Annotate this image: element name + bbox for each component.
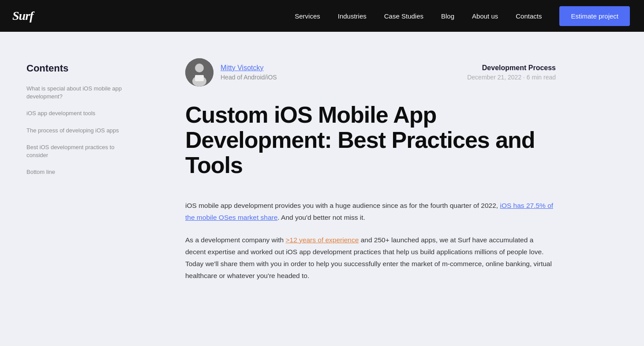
- site-header: Surf Services Industries Case Studies Bl…: [0, 0, 644, 32]
- toc-link-3[interactable]: The process of developing iOS apps: [26, 127, 124, 135]
- svg-point-1: [195, 64, 204, 72]
- nav-case-studies[interactable]: Case Studies: [384, 12, 423, 20]
- article-body: iOS mobile app development provides you …: [185, 199, 556, 282]
- table-of-contents: Contents What is special about iOS mobil…: [26, 58, 124, 320]
- svg-rect-3: [195, 75, 204, 81]
- logo-text: Surf: [12, 9, 33, 23]
- article-meta: Development Process December 21, 2022 · …: [467, 64, 556, 81]
- article-title: Custom iOS Mobile App Development: Best …: [185, 102, 556, 178]
- paragraph2-link[interactable]: >12 years of experience: [285, 236, 359, 244]
- toc-item-1[interactable]: What is special about iOS mobile app dev…: [26, 85, 124, 101]
- paragraph1-text-before: iOS mobile app development provides you …: [185, 202, 500, 209]
- toc-item-3[interactable]: The process of developing iOS apps: [26, 127, 124, 135]
- nav-contacts[interactable]: Contacts: [516, 12, 542, 20]
- main-nav: Services Industries Case Studies Blog Ab…: [295, 6, 630, 26]
- article-paragraph-2: As a development company with >12 years …: [185, 234, 556, 282]
- toc-link-1[interactable]: What is special about iOS mobile app dev…: [26, 85, 124, 101]
- article-paragraph-1: iOS mobile app development provides you …: [185, 199, 556, 223]
- nav-about-us[interactable]: About us: [472, 12, 498, 20]
- toc-item-4[interactable]: Best iOS development practices to consid…: [26, 143, 124, 159]
- toc-item-5[interactable]: Bottom line: [26, 168, 124, 176]
- author-role: Head of Android/iOS: [221, 74, 277, 81]
- author-info: Mitty Visotcky Head of Android/iOS: [185, 58, 277, 86]
- author-text-block: Mitty Visotcky Head of Android/iOS: [221, 64, 277, 81]
- nav-blog[interactable]: Blog: [441, 12, 454, 20]
- author-row: Mitty Visotcky Head of Android/iOS Devel…: [185, 58, 556, 86]
- toc-item-2[interactable]: iOS app development tools: [26, 109, 124, 117]
- logo[interactable]: Surf: [12, 9, 33, 23]
- paragraph1-text-after: . And you'd better not miss it.: [277, 214, 365, 221]
- toc-link-2[interactable]: iOS app development tools: [26, 109, 124, 117]
- paragraph2-text-before: As a development company with: [185, 236, 285, 244]
- author-name-link[interactable]: Mitty Visotcky: [221, 64, 277, 72]
- article-category: Development Process: [467, 64, 556, 72]
- nav-industries[interactable]: Industries: [338, 12, 367, 20]
- avatar: [185, 58, 213, 86]
- avatar-image: [185, 58, 213, 86]
- toc-title: Contents: [26, 63, 124, 74]
- article-date: December 21, 2022 · 6 min read: [467, 74, 556, 81]
- toc-link-5[interactable]: Bottom line: [26, 168, 124, 176]
- toc-links: What is special about iOS mobile app dev…: [26, 85, 124, 176]
- toc-link-4[interactable]: Best iOS development practices to consid…: [26, 143, 124, 159]
- page-wrapper: Contents What is special about iOS mobil…: [0, 32, 644, 346]
- nav-services[interactable]: Services: [295, 12, 320, 20]
- estimate-project-button[interactable]: Estimate project: [559, 6, 630, 26]
- article-main: Mitty Visotcky Head of Android/iOS Devel…: [124, 58, 556, 320]
